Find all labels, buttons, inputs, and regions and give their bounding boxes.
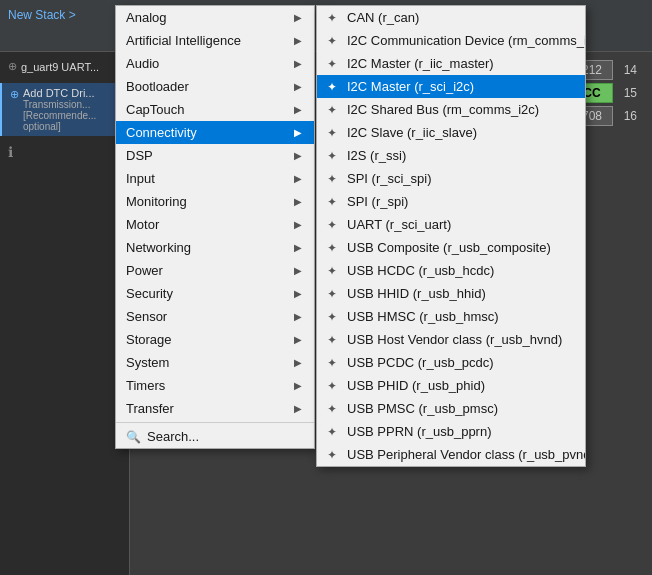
gear-icon-can: ✦ [327,11,341,25]
gear-icon-spi-sci: ✦ [327,172,341,186]
gear-icon-usb-hvnd: ✦ [327,333,341,347]
submenu-label-usb-hvnd: USB Host Vendor class (r_usb_hvnd) [347,332,562,347]
menu-item-motor[interactable]: Motor ▶ [116,213,314,236]
submenu-label-usb-phid: USB PHID (r_usb_phid) [347,378,485,393]
menu-item-input[interactable]: Input ▶ [116,167,314,190]
gear-icon-i2s: ✦ [327,149,341,163]
submenu-label-usb-pvnd: USB Peripheral Vendor class (r_usb_pvnd) [347,447,586,462]
menu-label-monitoring: Monitoring [126,194,187,209]
chevron-icon-transfer: ▶ [294,403,302,414]
menu-label-bootloader: Bootloader [126,79,189,94]
menu-label-power: Power [126,263,163,278]
add-dtc-sublabel: Transmission... [23,99,96,110]
menu-item-monitoring[interactable]: Monitoring ▶ [116,190,314,213]
g-uart9-item[interactable]: ⊕ g_uart9 UART... [0,52,129,77]
submenu-label-usb-pcdc: USB PCDC (r_usb_pcdc) [347,355,494,370]
submenu-label-usb-pmsc: USB PMSC (r_usb_pmsc) [347,401,498,416]
menu-item-sensor[interactable]: Sensor ▶ [116,305,314,328]
menu-item-audio[interactable]: Audio ▶ [116,52,314,75]
menu-item-captouch[interactable]: CapTouch ▶ [116,98,314,121]
submenu-item-usb-composite[interactable]: ✦ USB Composite (r_usb_composite) [317,236,585,259]
submenu-label-uart: UART (r_sci_uart) [347,217,451,232]
add-dtc-sublabel3: optional] [23,121,96,132]
menu-item-system[interactable]: System ▶ [116,351,314,374]
gear-icon-usb-pmsc: ✦ [327,402,341,416]
chevron-icon-monitoring: ▶ [294,196,302,207]
chevron-icon-motor: ▶ [294,219,302,230]
chevron-icon-connectivity: ▶ [294,127,302,138]
submenu-item-usb-hcdc[interactable]: ✦ USB HCDC (r_usb_hcdc) [317,259,585,282]
submenu-label-i2c-master: I2C Master (r_iic_master) [347,56,494,71]
submenu-label-spi-sci: SPI (r_sci_spi) [347,171,432,186]
menu-item-storage[interactable]: Storage ▶ [116,328,314,351]
chevron-icon-power: ▶ [294,265,302,276]
submenu-item-usb-pcdc[interactable]: ✦ USB PCDC (r_usb_pcdc) [317,351,585,374]
menu-item-ai[interactable]: Artificial Intelligence ▶ [116,29,314,52]
submenu-item-usb-hmsc[interactable]: ✦ USB HMSC (r_usb_hmsc) [317,305,585,328]
menu-label-dsp: DSP [126,148,153,163]
gear-icon-spi: ✦ [327,195,341,209]
menu-label-ai: Artificial Intelligence [126,33,241,48]
menu-item-networking[interactable]: Networking ▶ [116,236,314,259]
menu-item-analog[interactable]: Analog ▶ [116,6,314,29]
chevron-icon-timers: ▶ [294,380,302,391]
submenu-item-i2c-shared[interactable]: ✦ I2C Shared Bus (rm_comms_i2c) [317,98,585,121]
chevron-icon-system: ▶ [294,357,302,368]
search-label: Search... [147,429,199,444]
menu-label-connectivity: Connectivity [126,125,197,140]
menu-label-input: Input [126,171,155,186]
gear-icon-i2c-slave: ✦ [327,126,341,140]
chevron-icon-dsp: ▶ [294,150,302,161]
gear-icon-usb-hhid: ✦ [327,287,341,301]
submenu-item-usb-pvnd[interactable]: ✦ USB Peripheral Vendor class (r_usb_pvn… [317,443,585,466]
chevron-icon-captouch: ▶ [294,104,302,115]
component-icon: ⊕ [8,60,17,73]
menu-separator [116,422,314,423]
submenu-item-uart[interactable]: ✦ UART (r_sci_uart) [317,213,585,236]
submenu-item-i2c-slave[interactable]: ✦ I2C Slave (r_iic_slave) [317,121,585,144]
gear-icon-usb-hcdc: ✦ [327,264,341,278]
submenu-item-spi[interactable]: ✦ SPI (r_spi) [317,190,585,213]
menu-item-power[interactable]: Power ▶ [116,259,314,282]
submenu-item-can[interactable]: ✦ CAN (r_can) [317,6,585,29]
chevron-icon-audio: ▶ [294,58,302,69]
new-stack-breadcrumb: New Stack > [8,8,76,22]
menu-item-dsp[interactable]: DSP ▶ [116,144,314,167]
gear-icon-uart: ✦ [327,218,341,232]
pin-number-14: 14 [619,63,637,77]
submenu-item-usb-hvnd[interactable]: ✦ USB Host Vendor class (r_usb_hvnd) [317,328,585,351]
submenu-label-i2s: I2S (r_ssi) [347,148,406,163]
menu-item-transfer[interactable]: Transfer ▶ [116,397,314,420]
submenu-item-i2c-comms[interactable]: ✦ I2C Communication Device (rm_comms_i2c… [317,29,585,52]
menu-label-sensor: Sensor [126,309,167,324]
add-dtc-label: Add DTC Dri... [23,87,96,99]
submenu-item-i2c-sci[interactable]: ✦ I2C Master (r_sci_i2c) [317,75,585,98]
chevron-icon-networking: ▶ [294,242,302,253]
menu-item-security[interactable]: Security ▶ [116,282,314,305]
submenu-item-usb-pprn[interactable]: ✦ USB PPRN (r_usb_pprn) [317,420,585,443]
add-dtc-item[interactable]: ⊕ Add DTC Dri... Transmission... [Recomm… [0,83,129,136]
menu-item-bootloader[interactable]: Bootloader ▶ [116,75,314,98]
gear-icon-i2c-shared: ✦ [327,103,341,117]
menu-item-connectivity[interactable]: Connectivity ▶ [116,121,314,144]
gear-icon-usb-pcdc: ✦ [327,356,341,370]
menu-item-search[interactable]: 🔍 Search... [116,425,314,448]
submenu-item-usb-phid[interactable]: ✦ USB PHID (r_usb_phid) [317,374,585,397]
add-dtc-sublabel2: [Recommende... [23,110,96,121]
submenu-item-i2s[interactable]: ✦ I2S (r_ssi) [317,144,585,167]
menu-label-storage: Storage [126,332,172,347]
g-uart9-label: g_uart9 UART... [21,61,99,73]
gear-icon-i2c-sci: ✦ [327,80,341,94]
submenu-item-usb-hhid[interactable]: ✦ USB HHID (r_usb_hhid) [317,282,585,305]
menu-item-timers[interactable]: Timers ▶ [116,374,314,397]
menu-label-timers: Timers [126,378,165,393]
chevron-icon-security: ▶ [294,288,302,299]
info-icon-area: ℹ [0,136,129,168]
submenu-item-i2c-master[interactable]: ✦ I2C Master (r_iic_master) [317,52,585,75]
submenu-item-usb-pmsc[interactable]: ✦ USB PMSC (r_usb_pmsc) [317,397,585,420]
submenu-label-i2c-slave: I2C Slave (r_iic_slave) [347,125,477,140]
gear-icon-i2c-master: ✦ [327,57,341,71]
menu-label-security: Security [126,286,173,301]
submenu-item-spi-sci[interactable]: ✦ SPI (r_sci_spi) [317,167,585,190]
submenu-label-usb-hcdc: USB HCDC (r_usb_hcdc) [347,263,494,278]
